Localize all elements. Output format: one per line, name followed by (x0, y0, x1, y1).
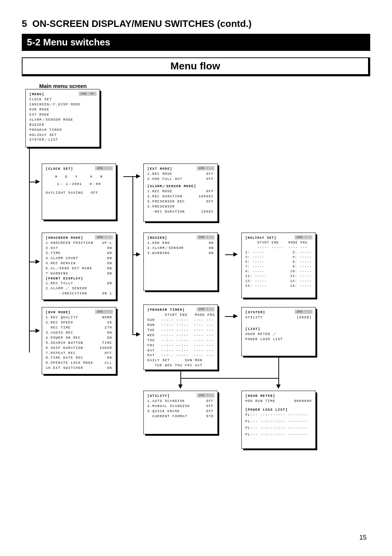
row: 11: -----12: ----- (245, 274, 312, 279)
connector (225, 316, 234, 317)
row: 1: -----2: ----- (245, 250, 312, 255)
row: 13: -----14: ----- (245, 279, 312, 284)
row: -REC DURATION10SEC (147, 210, 214, 215)
row: POWER LOSS LIST (245, 337, 312, 342)
pl-line: PL--- --:----:-- -------- (245, 432, 312, 438)
pl-title: [POWER LOSS LIST] (245, 408, 312, 413)
arrow-down-icon (276, 384, 281, 389)
pl-line: PL--- --:----:-- -------- (245, 426, 312, 431)
connector (132, 176, 133, 334)
clock-labels: M D Y H M (46, 175, 112, 180)
row: 4.ALARM COUNTON (46, 256, 112, 261)
row: 2.MANUAL SCANDISKOFF (147, 404, 214, 409)
box-title: [HOUR METER] (245, 394, 312, 399)
section-header: 5 ON-SCREEN DISPLAY/MENU SWITCHES (contd… (22, 18, 370, 29)
connector (278, 356, 279, 385)
arrow-right-icon (136, 332, 140, 337)
menu-item: PROGRAM TIMER (29, 128, 96, 133)
row: 3.WARNINGON (147, 251, 214, 256)
jog-hint: JOG ↑·↓ (95, 235, 113, 239)
row: 2.REC DURATION180SEC (147, 194, 214, 200)
menu-item: HOLIDAY SET (29, 133, 96, 138)
row: TUE--:-- --:-- ---- --- (147, 328, 214, 333)
row: 3.QUICK ERASEOFF (147, 409, 214, 414)
arrow-right-icon (36, 329, 40, 333)
arrow-right-icon (136, 252, 140, 257)
system-box: JOG ↑·↓ [SYSTEM] UTILITY[80GB] [LIST] HO… (241, 307, 316, 356)
row: HOUR METER ／ (245, 332, 312, 337)
jog-hint: JOG ↑·↓ (197, 166, 215, 170)
jog-hint: JOG ↑·↓ (295, 310, 313, 314)
row: 1.AUTO SCANDISKOFF (147, 399, 214, 404)
dvr-box: JOG ↑·↓ [DVR MODE] 1.REC QUALITYNORM 2.R… (42, 307, 116, 374)
jog-hint: JOG ↑·↓ (95, 310, 113, 314)
arrow-right-icon (36, 180, 40, 184)
row: 1.REC MODEOFF (147, 172, 214, 177)
row: 1.REC QUALITYNORM (46, 315, 112, 321)
alarm-title: [ALARM／SENSOR MODE] (147, 184, 214, 189)
row: 2.REC SPEED30 (46, 321, 112, 326)
row: DAY--:-- --:-- ---- --- (147, 353, 214, 358)
row: 15: -----16: ----- (245, 284, 312, 289)
row: 1.HDD ENDON (147, 241, 214, 246)
daily-set: DAILY SET SUN MON (147, 358, 214, 363)
daily-set2: TUE WED THU FRI SAT (147, 363, 214, 368)
pl-line: PL--- --:----:-- -------- (245, 413, 312, 418)
clock-date: 1－ 1－2001 0：00 (46, 182, 112, 187)
row: 10.EXT SWITCHERON (46, 366, 112, 371)
section-title: ON-SCREEN DISPLAY/MENU SWITCHES (contd.) (32, 18, 252, 29)
row: 3.TIMEON (46, 251, 112, 256)
jog-hint: JOG ←·→ (95, 166, 113, 170)
menu-item: DVR MODE (29, 108, 96, 113)
arrow-down-icon (178, 384, 183, 389)
row: 7: -----8: ----- (245, 265, 312, 269)
row: 8.TIME DATE RECON (46, 356, 112, 361)
connector (29, 182, 36, 182)
row: FRI--:-- --:-- ---- --- (147, 343, 214, 348)
row: 7.REPEAT RECOFF (46, 351, 112, 356)
connector (123, 176, 132, 177)
page-number: 15 (359, 534, 367, 541)
arrow-right-icon (233, 314, 238, 318)
holiday-headers: START END MODE PRG (245, 241, 312, 245)
row: REC TIME27H (46, 326, 112, 331)
menu-item: SYSTEM／LIST (29, 138, 96, 143)
row: 6.AL／SENS DET MARKON (46, 266, 112, 271)
arrow-right-icon (136, 174, 140, 178)
list-title: [LIST] (245, 327, 312, 332)
subsection-bar: 5-2 Menu switches (22, 34, 370, 51)
menu-item: CNSCREEN／F.DISP MODE (29, 102, 96, 108)
jog-hint: JOG ↑·↓ (197, 393, 215, 398)
row: THU--:-- --:-- ---- --- (147, 338, 214, 343)
connector (29, 147, 30, 352)
jog-hint: JOG ↑·↓ (197, 235, 215, 239)
hour-meter-box: [HOUR METER] HDD RUN TIME000000H [POWER … (241, 391, 316, 449)
holiday-box: JOG ↑·↓ [HOLIDAY SET] START END MODE PRG… (241, 233, 316, 298)
jog-hint: JOG ↑·↓ (295, 235, 313, 239)
row: 3.AUDIO RECON (46, 331, 112, 336)
row: 2.ALARM ／ SENSOR (46, 286, 112, 291)
row: 5.REC REMAINON (46, 261, 112, 266)
utility-box: JOG ↑·↓ [UTILITY] 1.AUTO SCANDISKOFF 2.M… (143, 391, 218, 434)
row: 9: -----10: ----- (245, 269, 312, 274)
row: 6.SKIP DURATION1HOUR (46, 346, 112, 351)
row: 2.HDD FULL OUTOFF (147, 177, 214, 182)
front-title: [FRONT DISPLAY] (46, 277, 112, 282)
row: 4.PRESENSOR (147, 205, 214, 210)
pl-line: PL--- --:----:-- -------- (245, 419, 312, 424)
holiday-blank: --:-- --:-- ---- --- (245, 245, 312, 250)
connector (29, 331, 36, 331)
flow-title-box: Menu flow (22, 57, 370, 76)
timer-headers: START END MODE PRG (147, 313, 214, 318)
menu-item: EXT MODE (29, 113, 96, 118)
arrow-right-icon (36, 259, 40, 264)
main-menu-box: JOG ↑¥↓ [MENU] CLOCK SET CNSCREEN／F.DISP… (25, 89, 100, 147)
row: 2.ALARM／SENSORON (147, 246, 214, 251)
row: 7.WARNINGON (46, 271, 112, 277)
row: MON--:-- --:-- ---- --- (147, 323, 214, 328)
connector (29, 262, 36, 262)
arrow-right-icon (233, 252, 238, 257)
row: CURRENT FORMATSTD (147, 414, 214, 419)
main-menu-label: Main menu screen (39, 83, 370, 89)
clock-set-box: JOG ←·→ [CLOCK SET] M D Y H M 1－ 1－2001 … (42, 164, 116, 220)
